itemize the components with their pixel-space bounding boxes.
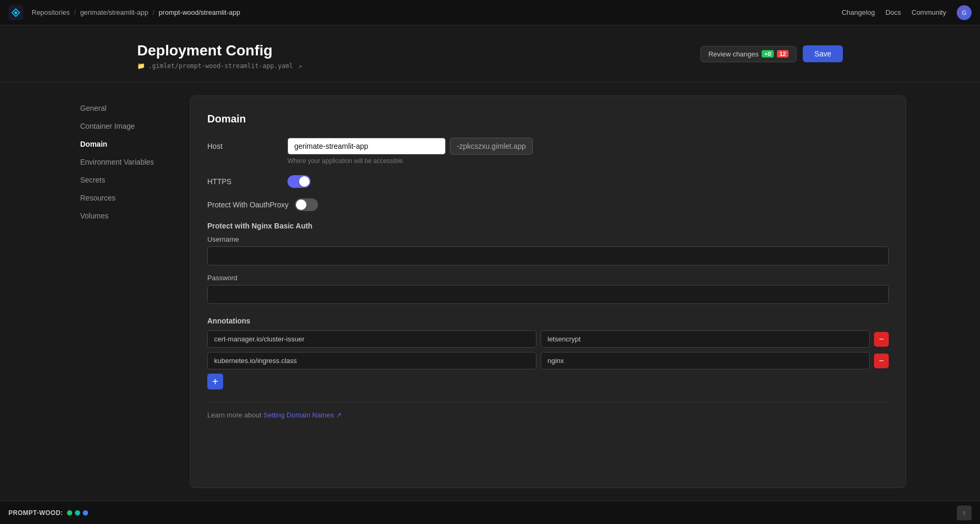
host-hint: Where your application will be accessibl… [287,157,889,165]
annotation-key-0[interactable] [207,330,536,348]
page-title: Deployment Config [137,42,302,59]
content-card: Domain Host -zpkcszxu.gimlet.app Where y… [190,96,906,488]
username-label: Username [207,235,889,243]
annotation-key-1[interactable] [207,352,536,369]
sidebar-item-container-image[interactable]: Container Image [74,118,169,135]
breadcrumb-sep2: / [152,8,155,16]
annotation-remove-0[interactable]: − [874,332,889,347]
bottom-bar-left: PROMPT-WOOD: [8,509,88,517]
bottom-bar-label: PROMPT-WOOD: [8,509,63,517]
breadcrumb-sep1: / [74,8,76,16]
host-label: Host [207,138,281,150]
page-header-actions: Review changes +0 12 Save [700,45,843,62]
review-badge-green: +0 [762,50,774,58]
page-header: Deployment Config 📁 .gimlet/prompt-wood-… [0,25,980,83]
https-row: HTTPS [207,175,889,188]
scroll-top-button[interactable]: ↑ [957,506,972,520]
community-link[interactable]: Community [911,8,946,16]
host-input[interactable] [287,138,446,155]
status-dot-2 [83,510,88,516]
annotations-title: Annotations [207,317,889,325]
oauthproxy-label: Protect With OauthProxy [207,201,289,209]
host-group: -zpkcszxu.gimlet.app Where your applicat… [287,138,889,165]
file-path-text: .gimlet/prompt-wood-streamlit-app.yaml [148,62,293,70]
folder-icon: 📁 [137,62,145,70]
annotation-row-1: − [207,352,889,369]
page-header-left: Deployment Config 📁 .gimlet/prompt-wood-… [137,42,302,70]
status-dot-0 [67,510,72,516]
annotation-value-1[interactable] [541,352,870,369]
changelog-link[interactable]: Changelog [842,8,875,16]
docs-link[interactable]: Docs [886,8,901,16]
nginx-auth-section: Protect with Nginx Basic Auth Username P… [207,222,889,315]
annotation-remove-1[interactable]: − [874,354,889,368]
sidebar-item-secrets[interactable]: Secrets [74,172,169,188]
review-badge-red: 12 [777,50,789,58]
oauthproxy-toggle[interactable] [295,198,318,211]
page-file-path: 📁 .gimlet/prompt-wood-streamlit-app.yaml… [137,62,302,70]
password-input[interactable] [207,285,889,304]
oauthproxy-row: Protect With OauthProxy [207,198,889,211]
host-row: Host -zpkcszxu.gimlet.app Where your app… [207,138,889,165]
nginx-auth-title: Protect with Nginx Basic Auth [207,222,889,230]
sidebar: General Container Image Domain Environme… [74,96,169,488]
sidebar-item-resources[interactable]: Resources [74,189,169,206]
host-suffix: -zpkcszxu.gimlet.app [450,138,533,155]
sidebar-item-volumes[interactable]: Volumes [74,207,169,224]
password-label: Password [207,274,889,282]
bottom-bar-right: ↑ [957,506,972,520]
breadcrumb: Repositories / gerimate/streamlit-app / … [32,8,838,16]
app-logo[interactable] [8,5,23,20]
oauthproxy-toggle-thumb [296,199,306,210]
learn-more-text: Learn more about [207,411,262,419]
annotation-value-0[interactable] [541,330,870,348]
sidebar-item-general[interactable]: General [74,100,169,117]
host-input-group: -zpkcszxu.gimlet.app [287,138,889,155]
https-toggle[interactable] [287,175,311,188]
main-layout: General Container Image Domain Environme… [0,83,980,501]
sidebar-item-domain[interactable]: Domain [74,136,169,153]
save-button[interactable]: Save [803,45,843,62]
review-changes-button[interactable]: Review changes +0 12 [700,46,796,62]
annotation-add-button[interactable]: + [207,374,223,389]
status-dot-1 [75,510,80,516]
https-toggle-thumb [299,176,310,187]
username-input[interactable] [207,246,889,265]
https-label: HTTPS [207,177,281,186]
breadcrumb-repositories[interactable]: Repositories [32,8,70,16]
review-button-label: Review changes [708,50,758,58]
annotation-row-0: − [207,330,889,348]
bottom-bar: PROMPT-WOOD: ↑ [0,501,980,524]
external-link-icon[interactable]: ↗ [299,62,302,70]
topnav-links: Changelog Docs Community G [842,5,972,20]
sidebar-item-env-vars[interactable]: Environment Variables [74,154,169,170]
user-avatar[interactable]: G [957,5,972,20]
learn-more: Learn more about Setting Domain Names ↗ [207,402,889,419]
domain-section-title: Domain [207,113,889,125]
annotations-section: Annotations − − + [207,317,889,389]
svg-point-1 [14,11,17,14]
topnav: Repositories / gerimate/streamlit-app / … [0,0,980,25]
breadcrumb-repo[interactable]: gerimate/streamlit-app [80,8,148,16]
status-dots [67,510,88,516]
learn-more-link[interactable]: Setting Domain Names ↗ [263,411,341,419]
breadcrumb-current: prompt-wood/streamlit-app [159,8,241,16]
